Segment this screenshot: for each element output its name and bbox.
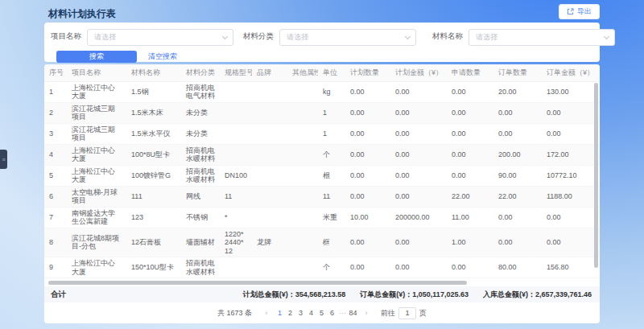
table-cell: 1 bbox=[318, 123, 345, 144]
table-cell: 1188.00 bbox=[542, 186, 600, 207]
sidebar-expand-handle[interactable]: ≡ bbox=[0, 150, 7, 169]
search-button[interactable]: 搜索 bbox=[56, 51, 137, 63]
page-button-1[interactable]: 1 bbox=[275, 309, 285, 317]
table-cell: 0.00 bbox=[345, 257, 390, 278]
table-cell: 上海松江中心大厦 bbox=[67, 81, 126, 102]
table-cell: 0.00 bbox=[542, 102, 600, 123]
table-cell bbox=[220, 144, 252, 165]
page-button-4[interactable]: 4 bbox=[306, 309, 316, 317]
table-cell: 0.00 bbox=[447, 257, 493, 278]
table-cell: 6 bbox=[44, 186, 67, 207]
summary-row: 合计 计划总金额(¥)：354,568,213.58订单总金额(¥)：1,050… bbox=[44, 286, 600, 302]
column-header-5: 规格型号 bbox=[220, 64, 252, 81]
export-label: 导出 bbox=[577, 6, 592, 17]
table-row: 5上海松江中心大厦100镀锌管G招商机电 水暖材料DN100根0.000.000… bbox=[44, 165, 600, 186]
page-button-3[interactable]: 3 bbox=[295, 309, 306, 317]
table-cell: 10772.10 bbox=[542, 165, 600, 186]
filter-field-material-name: 材料名称 bbox=[432, 28, 615, 46]
filter-field-project: 项目名称 bbox=[51, 28, 233, 46]
table-row: 4上海松江中心大厦100*8U型卡招商机电 水暖材料个0.000.000.002… bbox=[44, 144, 600, 165]
table-cell: 0.00 bbox=[493, 102, 542, 123]
table-cell: 1 bbox=[318, 102, 345, 123]
table-cell: 0.00 bbox=[493, 123, 542, 144]
page: 材料计划执行表 导出 ≡ 项目名称 材料分类 bbox=[0, 0, 644, 329]
goto-page: 前往 页 bbox=[381, 307, 427, 319]
table-cell: 12石膏板 bbox=[126, 228, 181, 257]
filter-panel: 项目名称 材料分类 材料名称 bbox=[44, 23, 600, 62]
clear-search-link[interactable]: 清空搜索 bbox=[148, 51, 177, 62]
table-cell: 2 bbox=[44, 102, 67, 123]
horizontal-scrollbar[interactable] bbox=[48, 281, 467, 285]
table-cell: 0.00 bbox=[447, 165, 493, 186]
material-category-select[interactable] bbox=[279, 29, 416, 46]
table-row: 6太空电梯-月球项目111网线11110.000.0022.0022.00118… bbox=[44, 186, 600, 207]
table-cell: 0.00 bbox=[390, 165, 447, 186]
table-cell bbox=[252, 81, 287, 102]
column-header-2: 项目名称 bbox=[67, 64, 126, 81]
goto-page-input[interactable] bbox=[398, 307, 416, 319]
goto-prefix: 前往 bbox=[381, 308, 395, 319]
table-cell: 3 bbox=[44, 123, 67, 144]
table-cell bbox=[287, 81, 318, 102]
table-cell: 招商机电 水暖材料 bbox=[181, 257, 220, 278]
table-cell: 5 bbox=[44, 165, 67, 186]
page-button-5[interactable]: 5 bbox=[316, 309, 327, 317]
table-cell: 8 bbox=[44, 228, 67, 257]
table-row: 2滨江花城三期项目1.5米木床未分类10.000.000.000.000.00 bbox=[44, 102, 600, 123]
table-cell: 1.5钢 bbox=[126, 81, 181, 102]
page-button-6[interactable]: 6 bbox=[327, 309, 337, 317]
summary-total: 订单总金额(¥)：1,050,117,025.63 bbox=[360, 290, 469, 300]
table-cell: 0.00 bbox=[390, 81, 447, 102]
table-cell bbox=[252, 186, 287, 207]
table-cell bbox=[252, 257, 287, 278]
table-cell: 上海松江中心大厦 bbox=[67, 165, 126, 186]
table-cell: 上海松江中心大厦 bbox=[67, 257, 126, 278]
table-cell: 米重 bbox=[318, 207, 345, 228]
material-plan-table: 序号项目名称材料名称材料分类规格型号品牌其他属性单位计划数量计划金额（¥）申请数… bbox=[44, 64, 600, 278]
summary-total: 计划总金额(¥)：354,568,213.58 bbox=[243, 290, 346, 300]
table-cell: 0.00 bbox=[345, 165, 390, 186]
table-cell: 7 bbox=[44, 207, 67, 228]
table-cell: 0.00 bbox=[390, 228, 447, 257]
table-cell: 200.00 bbox=[493, 144, 542, 165]
table-cell bbox=[287, 102, 318, 123]
table-cell: 80.00 bbox=[493, 257, 542, 278]
material-name-select[interactable] bbox=[469, 29, 615, 46]
project-name-select[interactable] bbox=[87, 29, 233, 46]
column-header-13: 订单金额（¥） bbox=[542, 64, 600, 81]
expand-icon: ≡ bbox=[2, 157, 5, 162]
summary-total: 入库总金额(¥)：2,657,339,761.46 bbox=[483, 290, 592, 300]
pagination-total: 共 1673 条 bbox=[217, 308, 252, 319]
table-cell: 1.5米木床 bbox=[126, 102, 181, 123]
table-cell: 个 bbox=[318, 144, 345, 165]
table-cell: kg bbox=[318, 81, 345, 102]
table-cell: 100*8U型卡 bbox=[126, 144, 181, 165]
vertical-scrollbar[interactable] bbox=[594, 83, 598, 268]
table-cell: 上海松江中心大厦 bbox=[67, 144, 126, 165]
table-cell: 130.00 bbox=[542, 81, 600, 102]
prev-page-icon[interactable]: ‹ bbox=[262, 309, 271, 317]
next-page-icon[interactable]: › bbox=[361, 309, 371, 317]
table-cell: 0.00 bbox=[345, 186, 390, 207]
table-cell: 11 bbox=[220, 186, 252, 207]
table-cell bbox=[252, 207, 287, 228]
table-cell: * bbox=[220, 207, 252, 228]
table-cell: 0.00 bbox=[447, 102, 493, 123]
table-cell: 0.00 bbox=[390, 257, 447, 278]
table-cell: 0.00 bbox=[390, 102, 447, 123]
page-button-2[interactable]: 2 bbox=[285, 309, 295, 317]
export-button[interactable]: 导出 bbox=[559, 4, 600, 19]
table-cell: 150*10U型卡 bbox=[126, 257, 181, 278]
table-cell bbox=[287, 228, 318, 257]
page-button-84[interactable]: 84 bbox=[348, 309, 358, 317]
table-cell: 1220*2440*12 bbox=[220, 228, 252, 257]
table-cell: 0.00 bbox=[542, 207, 600, 228]
table-cell: 111 bbox=[126, 186, 181, 207]
column-header-6: 品牌 bbox=[252, 64, 287, 81]
table-cell bbox=[252, 144, 287, 165]
table-cell: 0.00 bbox=[447, 81, 493, 102]
horizontal-scroll-zone bbox=[44, 280, 600, 286]
table-cell bbox=[220, 257, 252, 278]
table-cell: 滨江花城三期项目 bbox=[67, 102, 126, 123]
table-cell: 4 bbox=[44, 144, 67, 165]
